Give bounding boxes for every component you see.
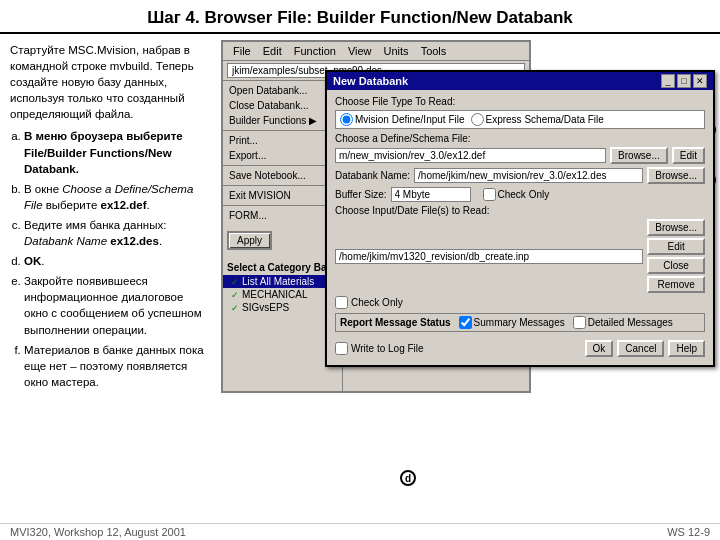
check-only-label: Check Only bbox=[498, 189, 550, 200]
input-check-only-row: Check Only bbox=[335, 296, 705, 309]
check-icon-mech: ✓ bbox=[231, 290, 239, 300]
file-type-label: Choose File Type To Read: bbox=[335, 96, 705, 107]
check-icon-all: ✓ bbox=[231, 277, 239, 287]
page-footer: MVI320, Workshop 12, August 2001 WS 12-9 bbox=[0, 523, 720, 540]
input-edit-button[interactable]: Edit bbox=[647, 238, 705, 255]
step-b: В окне Choose a Define/Schema File выбер… bbox=[24, 181, 207, 213]
buffer-size-row: Buffer Size: Check Only bbox=[335, 187, 705, 202]
databank-name-row: Databank Name: Browse... bbox=[335, 167, 705, 184]
right-panel: File Edit Function View Units Tools Open… bbox=[215, 40, 720, 514]
input-browse-button[interactable]: Browse... bbox=[647, 219, 705, 236]
check-only-checkbox-row[interactable]: Check Only bbox=[483, 188, 550, 201]
report-options: Report Message Status Summary Messages D… bbox=[340, 316, 700, 329]
dialog-action-buttons: Ok Cancel Help bbox=[585, 340, 706, 357]
menu-file[interactable]: File bbox=[227, 44, 257, 58]
dialog-title: New Databank bbox=[333, 75, 408, 87]
menu-tools[interactable]: Tools bbox=[415, 44, 453, 58]
check-icon-sig: ✓ bbox=[231, 303, 239, 313]
browser-menubar: File Edit Function View Units Tools bbox=[223, 42, 529, 61]
report-section: Report Message Status Summary Messages D… bbox=[335, 313, 705, 332]
buffer-size-input[interactable] bbox=[391, 187, 471, 202]
menu-edit[interactable]: Edit bbox=[257, 44, 288, 58]
summary-messages-option[interactable]: Summary Messages bbox=[459, 316, 565, 329]
input-close-button[interactable]: Close bbox=[647, 257, 705, 274]
input-files-label: Choose Input/Date File(s) to Read: bbox=[335, 205, 705, 216]
input-files-row: Browse... Edit Close Remove bbox=[335, 219, 705, 293]
summary-messages-checkbox[interactable] bbox=[459, 316, 472, 329]
menu-view[interactable]: View bbox=[342, 44, 378, 58]
dialog-titlebar: New Databank _ □ ✕ bbox=[327, 72, 713, 90]
radio-express[interactable]: Express Schema/Data File bbox=[471, 113, 604, 126]
radio-express-input[interactable] bbox=[471, 113, 484, 126]
schema-edit-button[interactable]: Edit bbox=[672, 147, 705, 164]
check-only-checkbox[interactable] bbox=[483, 188, 496, 201]
dialog-maximize-button[interactable]: □ bbox=[677, 74, 691, 88]
step-f: Материалов в банке данных пока еще нет –… bbox=[24, 342, 207, 390]
dialog-new-databank: New Databank _ □ ✕ Choose File Type To R… bbox=[325, 70, 715, 367]
input-remove-button[interactable]: Remove bbox=[647, 276, 705, 293]
steps-list: В меню броузера выберите File/Builder Fu… bbox=[10, 128, 207, 389]
menu-function[interactable]: Function bbox=[288, 44, 342, 58]
radio-mvision-input[interactable] bbox=[340, 113, 353, 126]
schema-label: Choose a Define/Schema File: bbox=[335, 133, 705, 144]
cancel-button[interactable]: Cancel bbox=[617, 340, 664, 357]
step-c: Ведите имя банка данных: Databank Name e… bbox=[24, 217, 207, 249]
radio-mvision[interactable]: Mvision Define/Input File bbox=[340, 113, 465, 126]
left-panel: Стартуйте MSC.Mvision, набрав в командно… bbox=[0, 40, 215, 514]
databank-name-label: Databank Name: bbox=[335, 170, 410, 181]
page-title: Шаг 4. Browser File: Builder Function/Ne… bbox=[0, 0, 720, 34]
footer-left: MVI320, Workshop 12, August 2001 bbox=[10, 526, 186, 538]
report-title: Report Message Status bbox=[340, 317, 451, 328]
detailed-messages-option[interactable]: Detailed Messages bbox=[573, 316, 673, 329]
write-log-checkbox[interactable] bbox=[335, 342, 348, 355]
file-type-radio-row: Mvision Define/Input File Express Schema… bbox=[335, 110, 705, 129]
help-button[interactable]: Help bbox=[668, 340, 705, 357]
callout-d-wrapper: d bbox=[400, 470, 416, 486]
input-check-only-checkbox[interactable] bbox=[335, 296, 348, 309]
input-check-only-label: Check Only bbox=[351, 297, 403, 308]
buffer-size-label: Buffer Size: bbox=[335, 189, 387, 200]
callout-d: d bbox=[400, 470, 416, 486]
footer-right: WS 12-9 bbox=[667, 526, 710, 538]
ok-button[interactable]: Ok bbox=[585, 340, 614, 357]
menu-units[interactable]: Units bbox=[378, 44, 415, 58]
input-file-path[interactable] bbox=[335, 249, 643, 264]
apply-button[interactable]: Apply bbox=[227, 231, 272, 250]
schema-file-input[interactable] bbox=[335, 148, 606, 163]
intro-text: Стартуйте MSC.Mvision, набрав в командно… bbox=[10, 42, 207, 122]
dialog-titlebar-buttons: _ □ ✕ bbox=[661, 74, 707, 88]
step-e: Закройте появившееся информационное диал… bbox=[24, 273, 207, 337]
step-d: OK. bbox=[24, 253, 207, 269]
dialog-bottom-row: Write to Log File Ok Cancel Help bbox=[335, 336, 705, 359]
databank-name-input[interactable] bbox=[414, 168, 643, 183]
detailed-messages-checkbox[interactable] bbox=[573, 316, 586, 329]
schema-field-row: Browse... Edit bbox=[335, 147, 705, 164]
databank-browse-button[interactable]: Browse... bbox=[647, 167, 705, 184]
dialog-minimize-button[interactable]: _ bbox=[661, 74, 675, 88]
step-a: В меню броузера выберите File/Builder Fu… bbox=[24, 128, 207, 176]
schema-browse-button[interactable]: Browse... bbox=[610, 147, 668, 164]
dialog-body: Choose File Type To Read: Mvision Define… bbox=[327, 90, 713, 365]
dialog-close-button[interactable]: ✕ bbox=[693, 74, 707, 88]
write-log-row: Write to Log File bbox=[335, 342, 579, 355]
write-log-label: Write to Log File bbox=[351, 343, 424, 354]
